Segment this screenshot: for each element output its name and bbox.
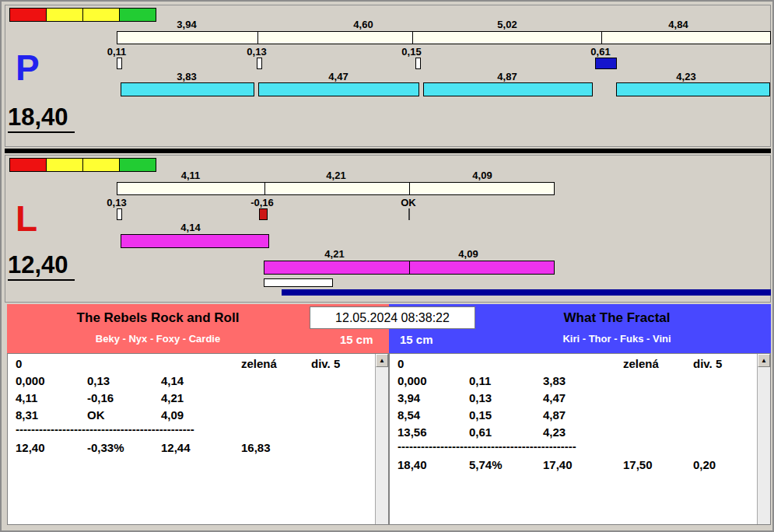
start-light-yellow2 [82,8,120,22]
table-cell: 4,21 [161,391,184,404]
scroll-up-button[interactable]: ▲ [376,354,388,367]
table-cell: 4,11 [16,391,37,404]
left-results-table: 0 zelená div. 5 0,000 0,13 4,14 4,11 -0,… [7,353,389,525]
arrow-up-icon: ▲ [761,357,767,364]
leg-time-label: 3,94 [153,19,220,30]
timing-window: 3,94 4,60 5,02 4,84 0,11 0,13 0,15 0,61 … [0,0,774,532]
leg-time-label: 4,21 [303,170,369,181]
crossing-fault-mark [595,58,617,69]
lane-p-leg-bar [117,31,771,44]
table-cell: 17,50 [623,458,653,471]
leg-time-label: 4,84 [645,19,712,30]
left-jump-height: 15 cm [340,333,373,346]
scroll-up-button[interactable]: ▲ [758,354,770,367]
table-cell: 4,47 [543,391,566,404]
lane-l-panel [5,155,771,303]
table-cell: OK [87,408,105,422]
right-results-table: 0 zelená div. 5 0,000 0,11 3,83 3,94 0,1… [389,353,771,525]
start-light-yellow2 [82,158,120,172]
leg-time-label: 5,02 [474,19,541,30]
table-cell: 3,94 [398,391,420,404]
dog-time-label: 4,23 [653,71,720,82]
cross-time-label: 0,13 [99,197,135,208]
table-cell: div. 5 [311,357,340,370]
table-cell: 5,74% [469,458,503,471]
dog-time-label: 3,83 [153,71,220,82]
leg-time-label: 4,09 [449,170,516,181]
ok-mark [408,208,410,220]
lane-p-total-time: 18,40 [8,105,75,133]
dog-time-label: 4,09 [435,248,502,260]
table-cell: 0,13 [87,374,110,387]
vertical-scrollbar[interactable]: ▲ [757,354,770,524]
table-cell: div. 5 [693,357,722,370]
start-light-green [119,158,156,172]
lane-p-letter: P [16,50,40,86]
dog-time-label: 4,87 [474,71,541,82]
table-cell: 4,23 [543,425,566,439]
crossing-mark [117,208,122,220]
cross-time-label: 0,11 [99,46,135,58]
dog-run-bar [121,82,254,96]
table-separator: ----------------------------------------… [16,422,194,436]
lane-l-total-time: 12,40 [8,253,75,281]
start-light-yellow1 [46,158,83,172]
lane-p-start-lights [9,8,156,22]
arrow-up-icon: ▲ [379,357,385,364]
table-cell: 17,40 [543,458,573,471]
table-cell: 0,61 [469,425,492,439]
lane-l-letter: L [16,201,37,236]
table-cell: 0,13 [469,391,492,404]
table-cell: 0,20 [693,458,716,471]
leg-time-label: 4,60 [330,19,397,30]
start-light-red [9,158,47,172]
table-cell: 16,83 [241,441,271,454]
table-cell: -0,16 [87,391,114,404]
right-team-dogs: Kiri - Thor - Fuks - Vini [463,333,771,345]
right-jump-height: 15 cm [400,333,433,346]
dog-run-bar [616,82,770,96]
segment-divider [409,183,410,194]
cross-time-label: -0,16 [244,197,280,208]
dog-time-label: 4,21 [301,248,368,260]
table-cell: 13,56 [398,425,427,439]
table-cell: 0 [16,357,22,370]
table-cell: 0,000 [16,374,45,387]
left-team-dogs: Beky - Nyx - Foxy - Cardie [7,333,309,345]
dog-run-bar [121,234,269,248]
table-cell: 18,40 [398,458,427,471]
dog-run-bar [258,82,419,96]
segment-divider [409,261,410,274]
start-light-yellow1 [46,8,83,22]
lane-l-leg-bar [117,182,555,195]
vertical-scrollbar[interactable]: ▲ [375,354,388,524]
crossing-mark [117,58,122,69]
table-cell: 4,87 [543,408,566,422]
cross-time-label: 0,15 [394,46,429,58]
cross-time-label: 0,61 [583,46,618,58]
table-separator: ----------------------------------------… [398,439,576,453]
table-cell: 12,40 [16,441,45,454]
crossing-fault-mark [259,208,268,220]
table-cell: zelená [623,357,659,370]
segment-divider [257,32,258,44]
progress-marker-bar [264,278,333,287]
table-cell: 8,54 [398,408,420,422]
crossing-mark [257,58,262,69]
table-cell: 4,14 [161,374,184,387]
right-team-name: What The Fractal [463,310,771,326]
table-cell: -0,33% [87,441,124,454]
table-cell: 0,000 [398,374,427,387]
leg-time-label: 4,11 [157,170,224,181]
table-cell: 0,11 [469,374,491,387]
table-cell: 8,31 [16,408,38,422]
table-cell: 0 [398,357,404,370]
start-light-green [119,8,156,22]
dog-time-label: 4,47 [305,71,372,82]
datetime-display: 12.05.2024 08:38:22 [310,306,475,329]
dog-run-bar [423,82,593,96]
crossing-mark [415,58,421,69]
table-cell: zelená [241,357,277,370]
timeline-bar [282,289,771,296]
lane-l-start-lights [9,158,156,172]
